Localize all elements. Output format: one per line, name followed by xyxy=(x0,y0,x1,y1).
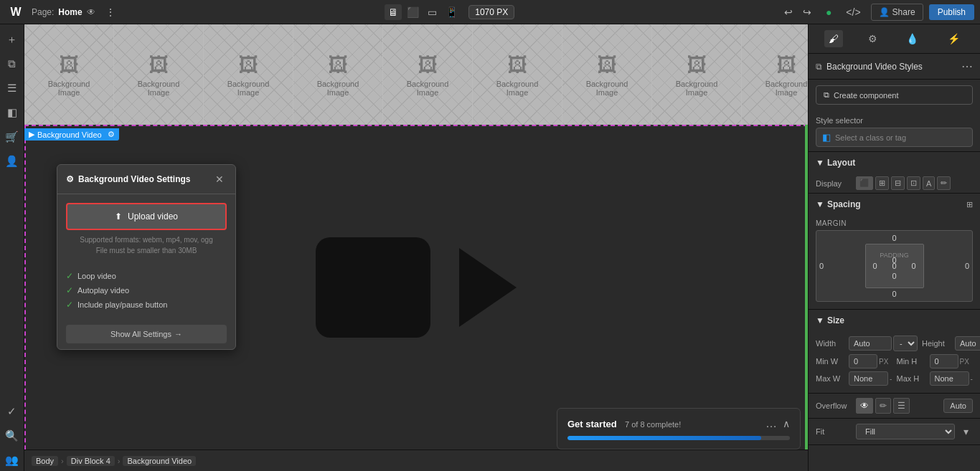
flex-display-button[interactable]: ⊟ xyxy=(891,176,905,190)
overflow-label: Overflow xyxy=(816,401,852,410)
style-selector-input[interactable]: ◧ Select a class or tag xyxy=(816,128,973,147)
margin-left-input[interactable]: 0 xyxy=(819,262,824,270)
upload-area: ⬆ Upload video Supported formats: webm, … xyxy=(57,194,235,265)
tablet-portrait-icon-button[interactable]: ▭ xyxy=(424,4,440,20)
block-display-button[interactable]: ⬛ xyxy=(856,176,873,190)
ecommerce-button[interactable]: 🛒 xyxy=(1,126,23,148)
code-view-button[interactable]: </> xyxy=(842,4,864,21)
spacing-expand-icon[interactable]: ⊞ xyxy=(966,200,973,209)
share-button[interactable]: 👤 Share xyxy=(871,4,923,21)
bg-tile-label: Background xyxy=(765,80,808,88)
page-name[interactable]: Home xyxy=(58,7,82,17)
redo-button[interactable]: ↪ xyxy=(798,4,816,21)
undo-button[interactable]: ↩ xyxy=(780,4,797,21)
max-w-dash: - xyxy=(890,375,892,383)
settings-close-button[interactable]: ✕ xyxy=(212,172,227,186)
text-display-button[interactable]: A xyxy=(923,176,935,190)
width-input[interactable] xyxy=(849,336,892,351)
bg-tile-sublabel: Image xyxy=(686,88,708,97)
get-started-title: Get started xyxy=(567,419,617,429)
min-h-input[interactable] xyxy=(930,354,958,368)
selector-icon: ◧ xyxy=(822,132,831,143)
size-section-header[interactable]: ▼ Size xyxy=(809,310,980,331)
play-pause-button-option[interactable]: ✓ Include play/pause button xyxy=(66,298,227,312)
upload-video-button[interactable]: ⬆ Upload video xyxy=(66,203,227,230)
padding-center[interactable]: 0 xyxy=(892,262,896,270)
get-started-collapse-button[interactable]: ∧ xyxy=(783,418,790,429)
bg-tile-sublabel: Image xyxy=(417,88,439,97)
autoplay-video-option[interactable]: ✓ Autoplay video xyxy=(66,283,227,298)
navigator-button[interactable]: ⧉ xyxy=(1,53,23,75)
width-unit-select[interactable]: - xyxy=(893,336,918,351)
show-all-settings-button[interactable]: Show All Settings → xyxy=(66,325,227,343)
users-button[interactable]: 👤 xyxy=(1,151,23,172)
spacing-section-header[interactable]: ▼ Spacing ⊞ xyxy=(809,194,980,215)
check-icon: ✓ xyxy=(66,300,73,310)
check-icon: ✓ xyxy=(66,271,73,281)
breadcrumb-background-video[interactable]: Background Video xyxy=(123,456,196,466)
overflow-visible-button[interactable]: 👁 xyxy=(856,398,873,414)
overflow-row: Overflow 👁 ✏ ☰ Auto xyxy=(809,394,980,419)
margin-top-input[interactable]: 0 xyxy=(892,234,896,242)
fit-label: Fit xyxy=(816,427,852,436)
settings-gear-icon[interactable]: ⚙ xyxy=(108,130,115,139)
margin-right-input[interactable]: 0 xyxy=(965,262,969,270)
padding-right-input[interactable]: 0 xyxy=(911,262,915,270)
size-section: ▼ Size Width - Height - xyxy=(809,310,980,394)
breadcrumb: Body › Div Block 4 › Background Video xyxy=(24,449,808,471)
tablet-landscape-icon-button[interactable]: ⬛ xyxy=(403,4,423,20)
layout-section-title: ▼ Layout xyxy=(816,158,855,168)
pages-button[interactable]: ☰ xyxy=(1,77,23,99)
more-options-button[interactable]: ⋮ xyxy=(101,4,120,21)
canvas-area[interactable]: 🖼 Background Image 🖼 Background Image 🖼 … xyxy=(24,24,808,471)
cms-button[interactable]: ◧ xyxy=(1,102,23,123)
page-label: Page: xyxy=(32,7,54,17)
publish-status-button[interactable]: ✓ xyxy=(1,401,23,422)
settings-tab-button[interactable]: ⚙ xyxy=(864,30,882,47)
fit-select[interactable]: Fill xyxy=(856,424,955,439)
style-tab-button[interactable]: 🖌 xyxy=(824,30,843,47)
get-started-more-button[interactable]: … xyxy=(765,417,777,430)
panel-more-options-button[interactable]: ⋯ xyxy=(961,60,973,73)
overflow-scroll-button[interactable]: ☰ xyxy=(893,398,910,414)
account-button[interactable]: 👥 xyxy=(1,449,23,471)
viewport-width[interactable]: 1070 PX xyxy=(468,5,514,19)
component-plus-icon: ⧉ xyxy=(824,90,829,100)
max-w-input[interactable] xyxy=(849,371,888,386)
margin-bottom-input[interactable]: 0 xyxy=(892,290,896,298)
loop-video-option[interactable]: ✓ Loop video xyxy=(66,269,227,283)
overflow-edit-button[interactable]: ✏ xyxy=(875,398,891,414)
padding-left-input[interactable]: 0 xyxy=(873,262,877,270)
max-size-row: Max W - Max H - xyxy=(816,371,973,386)
overflow-value[interactable]: Auto xyxy=(943,399,973,413)
publish-button[interactable]: Publish xyxy=(929,4,974,20)
display-field-row: Display ⬛ ⊞ ⊟ ⊡ A ✏ xyxy=(809,173,980,193)
interactions-tab-button[interactable]: 💧 xyxy=(902,30,923,47)
padding-bottom-input[interactable]: 0 xyxy=(892,272,896,280)
image-icon: 🖼 xyxy=(597,53,617,77)
layout-section-header[interactable]: ▼ Layout xyxy=(809,152,980,173)
selected-element-label[interactable]: ▶ Background Video ⚙ xyxy=(24,128,119,141)
bg-tile-sublabel: Image xyxy=(507,88,529,97)
custom-code-tab-button[interactable]: ⚡ xyxy=(943,30,964,47)
flex-vertical-button[interactable]: ⊡ xyxy=(907,176,920,190)
height-input[interactable] xyxy=(955,336,980,351)
spacing-section-title: ▼ Spacing xyxy=(816,199,861,209)
image-icon: 🖼 xyxy=(149,53,169,77)
search-button[interactable]: 🔍 xyxy=(1,425,23,447)
fit-chevron-button[interactable]: ▾ xyxy=(959,423,973,440)
add-element-button[interactable]: ＋ xyxy=(1,29,23,50)
eye-icon[interactable]: 👁 xyxy=(87,7,95,17)
status-icon-button[interactable]: ● xyxy=(821,4,836,21)
desktop-icon-button[interactable]: 🖥 xyxy=(385,4,402,20)
height-label: Height xyxy=(922,339,951,348)
breadcrumb-div-block[interactable]: Div Block 4 xyxy=(67,456,115,466)
create-component-button[interactable]: ⧉ Create component xyxy=(816,85,973,105)
breadcrumb-body[interactable]: Body xyxy=(32,456,58,466)
max-h-input[interactable] xyxy=(930,371,969,386)
custom-display-button[interactable]: ✏ xyxy=(937,176,951,190)
mobile-icon-button[interactable]: 📱 xyxy=(442,4,461,20)
grid-display-button[interactable]: ⊞ xyxy=(875,176,889,190)
min-w-input[interactable] xyxy=(849,354,877,368)
image-icon: 🖼 xyxy=(328,53,348,77)
